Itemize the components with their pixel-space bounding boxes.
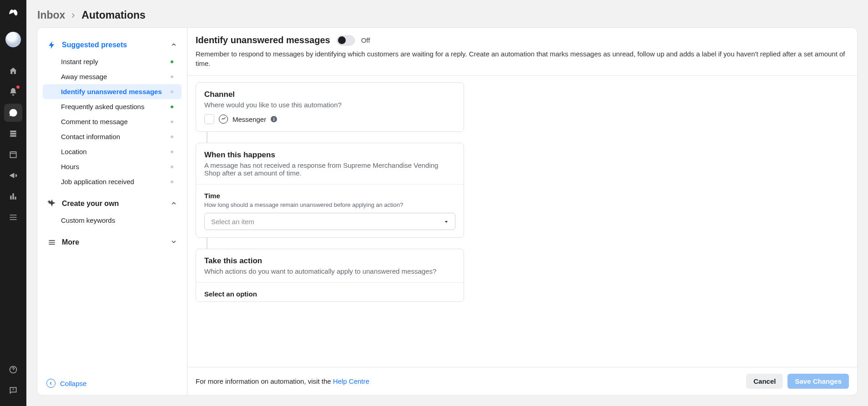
content-area: Identify unanswered messages Off Remembe…: [187, 28, 857, 395]
caret-down-icon: [444, 218, 449, 226]
status-dot-icon: [171, 105, 173, 108]
nav-posts[interactable]: [4, 125, 22, 143]
preset-comment-to-message[interactable]: Comment to message: [43, 114, 182, 129]
preset-label: Custom keywords: [61, 216, 115, 224]
nav-menu[interactable]: [4, 208, 22, 226]
preset-custom-keywords[interactable]: Custom keywords: [43, 213, 182, 228]
status-dot-icon: [171, 165, 173, 168]
preset-label: Job application received: [61, 178, 134, 185]
when-title: When this happens: [204, 150, 455, 160]
time-hint: How long should a message remain unanswe…: [204, 201, 455, 208]
preset-label: Comment to message: [61, 118, 128, 125]
chevron-up-icon: [171, 200, 177, 208]
action-title: Take this action: [204, 256, 455, 266]
info-icon[interactable]: i: [271, 116, 277, 122]
content-header: Identify unanswered messages Off Remembe…: [187, 28, 857, 75]
group-create-your-own[interactable]: Create your own: [41, 195, 183, 213]
preset-label: Identify unanswered messages: [61, 88, 162, 95]
preset-contact-info[interactable]: Contact information: [43, 129, 182, 144]
collapse-sidebar[interactable]: Collapse: [46, 379, 178, 388]
nav-inbox[interactable]: [4, 104, 22, 122]
group-more-title: More: [62, 238, 171, 246]
nav-insights[interactable]: [4, 187, 22, 206]
list-icon: [47, 238, 58, 247]
nav-rail: [0, 0, 26, 406]
notification-dot-icon: [16, 85, 20, 89]
preset-instant-reply[interactable]: Instant reply: [43, 54, 182, 69]
preset-away-message[interactable]: Away message: [43, 69, 182, 84]
messenger-label: Messenger: [232, 115, 266, 123]
breadcrumb-inbox[interactable]: Inbox: [37, 9, 65, 21]
preset-label: Location: [61, 148, 87, 155]
preset-hours[interactable]: Hours: [43, 159, 182, 174]
channel-card: Channel Where would you like to use this…: [196, 82, 464, 132]
preset-label: Instant reply: [61, 58, 98, 65]
action-select-label: Select an option: [204, 290, 455, 298]
preset-faq[interactable]: Frequently asked questions: [43, 99, 182, 114]
nav-calendar[interactable]: [4, 145, 22, 164]
group-more[interactable]: More: [41, 233, 183, 251]
group-suggested-presets[interactable]: Suggested presets: [41, 36, 183, 54]
chevron-down-icon: [171, 239, 177, 246]
page-description: Remember to respond to messages by ident…: [196, 49, 849, 68]
automation-toggle[interactable]: [337, 35, 355, 45]
action-card: Take this action Which actions do you wa…: [196, 249, 464, 302]
preset-label: Contact information: [61, 133, 120, 140]
nav-home[interactable]: [4, 62, 22, 80]
nav-notifications[interactable]: [4, 83, 22, 101]
action-sub: Which actions do you want to automatical…: [204, 267, 455, 275]
status-dot-icon: [171, 150, 173, 153]
meta-logo-icon: [5, 4, 22, 21]
messenger-icon: [219, 115, 228, 124]
page-title: Identify unanswered messages: [196, 35, 330, 45]
panel: Suggested presets Instant reply Away mes…: [37, 28, 857, 395]
select-placeholder: Select an item: [211, 218, 254, 226]
channel-sub: Where would you like to use this automat…: [204, 101, 455, 109]
status-dot-icon: [171, 180, 173, 183]
main-area: Inbox Automations Suggested presets: [26, 0, 868, 406]
when-card: When this happens A message has not rece…: [196, 143, 464, 238]
card-scroll: Channel Where would you like to use this…: [187, 75, 857, 367]
nav-feedback[interactable]: [4, 381, 22, 400]
status-dot-icon: [171, 60, 173, 63]
collapse-icon: [46, 379, 56, 388]
collapse-label: Collapse: [60, 380, 86, 387]
channel-title: Channel: [204, 90, 455, 99]
preset-job-application[interactable]: Job application received: [43, 174, 182, 189]
group-suggested-title: Suggested presets: [62, 41, 171, 49]
help-centre-link[interactable]: Help Centre: [333, 377, 369, 385]
sparkle-icon: [47, 199, 58, 208]
save-button[interactable]: Save Changes: [787, 374, 849, 389]
breadcrumb: Inbox Automations: [26, 0, 868, 28]
time-select[interactable]: Select an item: [204, 213, 455, 230]
preset-location[interactable]: Location: [43, 144, 182, 159]
status-dot-icon: [171, 135, 173, 138]
card-connector: [207, 238, 207, 249]
when-sub: A message has not received a response fr…: [204, 161, 455, 177]
chevron-up-icon: [171, 41, 177, 49]
group-create-title: Create your own: [62, 200, 171, 208]
status-dot-icon: [171, 75, 173, 78]
content-footer: For more information on automation, visi…: [187, 367, 857, 395]
preset-label: Hours: [61, 163, 79, 170]
automations-sidebar: Suggested presets Instant reply Away mes…: [37, 28, 187, 395]
breadcrumb-current: Automations: [81, 9, 146, 21]
time-label: Time: [204, 192, 455, 200]
status-dot-icon: [171, 90, 173, 93]
card-connector: [207, 132, 207, 143]
nav-help[interactable]: [4, 361, 22, 379]
footer-text: For more information on automation, visi…: [196, 377, 333, 385]
status-dot-icon: [171, 120, 173, 123]
preset-identify-unanswered[interactable]: Identify unanswered messages: [43, 84, 182, 99]
nav-ads[interactable]: [4, 166, 22, 185]
cancel-button[interactable]: Cancel: [746, 374, 783, 389]
messenger-checkbox[interactable]: [204, 114, 214, 124]
preset-label: Frequently asked questions: [61, 103, 144, 110]
avatar[interactable]: [5, 32, 21, 47]
chevron-right-icon: [70, 12, 77, 19]
toggle-state-label: Off: [361, 36, 370, 44]
preset-label: Away message: [61, 73, 107, 80]
bolt-icon: [47, 40, 58, 50]
